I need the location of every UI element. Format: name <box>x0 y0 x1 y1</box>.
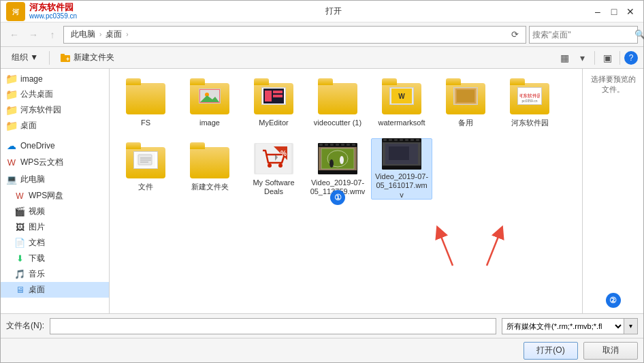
svg-point-25 <box>268 163 272 168</box>
brand-url: www.pc0359.cn <box>29 12 77 20</box>
sidebar-item-music[interactable]: 🎵 音乐 <box>1 266 109 282</box>
refresh-button[interactable]: ⟳ <box>508 28 521 42</box>
svg-rect-40 <box>321 148 354 169</box>
maximize-button[interactable]: □ <box>607 4 622 19</box>
help-button[interactable]: ? <box>624 51 638 65</box>
folder-icon: 📁 <box>6 74 17 84</box>
open-button[interactable]: 打开(O) <box>524 342 578 360</box>
minimize-button[interactable]: – <box>590 4 605 19</box>
toolbar: 组织 ▼ + 新建文件夹 ▦ ▾ ▣ ? <box>1 47 643 69</box>
filetype-dropdown-button[interactable]: ▾ <box>624 318 638 334</box>
image-folder-icon <box>189 82 230 116</box>
view-dropdown-button[interactable]: ▾ <box>574 50 590 66</box>
sidebar-item-public-desktop[interactable]: 📁 公共桌面 <box>1 86 109 102</box>
search-input[interactable] <box>532 30 634 40</box>
main-window: 河 河东软件园 www.pc0359.cn 打开 – □ ✕ ← → ↑ 此电脑… <box>0 0 644 363</box>
sidebar-item-onedrive[interactable]: ☁ OneDrive <box>1 138 109 154</box>
cancel-button[interactable]: 取消 <box>583 342 638 360</box>
videocutter-folder-icon <box>317 82 358 116</box>
file-item-hedong[interactable]: 河东软件园pc0359.cn 河东软件园 <box>499 74 560 136</box>
main-content: 📁 image 📁 公共桌面 📁 河东软件园 📁 桌面 ☁ OneDrive <box>1 69 643 313</box>
new-folder-button[interactable]: + 新建文件夹 <box>55 50 120 66</box>
file-item-image[interactable]: image <box>179 74 240 136</box>
new-folder-label: 新建文件夹 <box>191 183 229 191</box>
crumb-pc[interactable]: 此电脑 <box>68 28 98 41</box>
sidebar-item-video[interactable]: 🎬 视频 <box>1 204 109 219</box>
sidebar-label-public: 公共桌面 <box>20 89 53 100</box>
file-item-fs[interactable]: FS <box>115 74 176 136</box>
sep2 <box>619 51 620 65</box>
search-icon[interactable]: 🔍 <box>634 29 644 40</box>
sidebar-label-hedong: 河东软件园 <box>20 104 61 116</box>
svg-rect-3 <box>61 54 65 57</box>
window-controls: – □ ✕ <box>590 4 638 19</box>
software-deals-icon: % <box>253 142 294 176</box>
file-item-watermarksoft[interactable]: W watermarksoft <box>371 74 432 136</box>
preview-pane-button[interactable]: ▣ <box>599 50 615 66</box>
back-button[interactable]: ← <box>6 27 22 43</box>
file-item-backup[interactable]: 备用 <box>435 74 496 136</box>
svg-rect-11 <box>273 95 283 97</box>
image-label: image <box>199 119 220 127</box>
svg-rect-38 <box>352 144 355 146</box>
file-item-video1[interactable]: Video_2019-07-05_113759.wmv ① <box>307 138 368 200</box>
view-toggle-button[interactable]: ▦ <box>556 50 573 66</box>
sidebar-item-wps-net[interactable]: W WPS网盘 <box>1 188 109 204</box>
file-item-files[interactable]: 文件 <box>115 138 176 200</box>
file-item-video2[interactable]: Video_2019-07-05_161017.wmv <box>371 138 432 200</box>
annotation-1: ① <box>330 190 345 205</box>
svg-rect-10 <box>273 91 283 93</box>
address-box: 此电脑 › 桌面 › ⟳ <box>63 26 526 44</box>
file-item-myeditor[interactable]: MyEditor <box>243 74 304 136</box>
svg-rect-37 <box>347 144 350 146</box>
up-button[interactable]: ↑ <box>44 27 61 43</box>
svg-text:河: 河 <box>12 8 20 16</box>
sidebar-item-this-pc[interactable]: 💻 此电脑 <box>1 171 109 188</box>
file-item-software-deals[interactable]: % My Software Deals <box>243 138 304 200</box>
sidebar: 📁 image 📁 公共桌面 📁 河东软件园 📁 桌面 ☁ OneDrive <box>1 69 110 313</box>
music-folder-icon: 🎵 <box>14 269 25 280</box>
desktop-icon-selected: 🖥 <box>14 285 25 296</box>
sidebar-item-hedong[interactable]: 📁 河东软件园 <box>1 102 109 118</box>
svg-text:pc0359.cn: pc0359.cn <box>521 99 537 103</box>
sidebar-item-pictures[interactable]: 🖼 图片 <box>1 219 109 235</box>
sidebar-item-documents[interactable]: 📄 文档 <box>1 235 109 251</box>
view-controls: ▦ ▾ ▣ ? <box>556 50 638 66</box>
svg-rect-48 <box>383 139 387 141</box>
svg-rect-32 <box>319 144 323 146</box>
downloads-folder-icon: ⬇ <box>14 253 25 264</box>
pc-icon: 💻 <box>6 174 17 185</box>
filetype-select[interactable]: 所有媒体文件(*.rm;*.rmvb;*.fl <box>502 318 624 334</box>
sidebar-item-downloads[interactable]: ⬇ 下载 <box>1 251 109 266</box>
crumb-desktop[interactable]: 桌面 <box>103 28 125 41</box>
fs-folder-icon <box>125 82 166 116</box>
sidebar-item-image[interactable]: 📁 image <box>1 72 109 86</box>
organize-button[interactable]: 组织 ▼ <box>6 50 44 66</box>
folder-icon: 📁 <box>6 89 17 100</box>
file-item-videocutter[interactable]: videocutter (1) <box>307 74 368 136</box>
close-button[interactable]: ✕ <box>623 4 638 19</box>
svg-rect-33 <box>325 144 328 146</box>
hedong-folder-icon: 河东软件园pc0359.cn <box>509 82 550 116</box>
files-label: 文件 <box>138 183 153 191</box>
svg-rect-35 <box>336 144 339 146</box>
svg-rect-49 <box>389 139 392 141</box>
file-item-new-folder[interactable]: 新建文件夹 <box>179 138 240 200</box>
annotation-2: ② <box>606 293 621 308</box>
sidebar-item-desktop[interactable]: 📁 桌面 <box>1 118 109 133</box>
files-folder-icon <box>125 146 166 180</box>
brand: 河东软件园 www.pc0359.cn <box>29 2 77 21</box>
filetype-group: 所有媒体文件(*.rm;*.rmvb;*.fl ▾ <box>502 318 638 334</box>
svg-rect-52 <box>405 139 408 141</box>
new-folder-icon: + <box>61 53 71 63</box>
forward-button[interactable]: → <box>25 27 42 43</box>
sidebar-item-desktop-selected[interactable]: 🖥 桌面 <box>1 282 109 298</box>
svg-line-60 <box>487 232 500 266</box>
svg-rect-34 <box>330 144 334 146</box>
myeditor-label: MyEditor <box>259 119 288 127</box>
filename-input[interactable] <box>50 318 496 334</box>
videocutter-label: videocutter (1) <box>314 119 361 127</box>
sidebar-item-wps-docs[interactable]: W WPS云文档 <box>1 154 109 171</box>
sidebar-label-image: image <box>20 74 43 84</box>
watermarksoft-label: watermarksoft <box>378 119 425 127</box>
